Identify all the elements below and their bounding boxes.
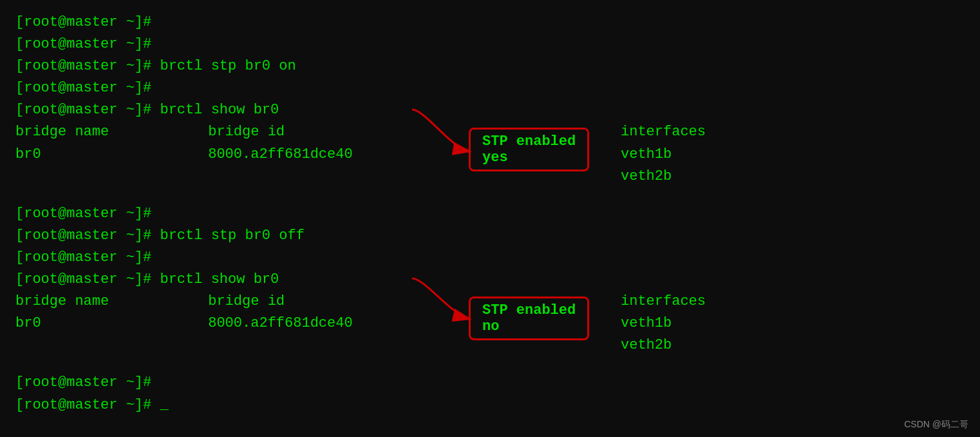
terminal-line: [root@master ~]# brctl stp br0 off <box>15 225 965 247</box>
terminal-line: [root@master ~]# <box>15 372 965 394</box>
col-interfaces-header-2: interfaces <box>621 291 706 313</box>
col-interfaces-value2: veth2b <box>621 166 672 188</box>
annotation-stp-no: STP enabled no <box>469 296 589 340</box>
col-bridge-id-value: 8000.a2ff681dce40 <box>157 144 428 166</box>
terminal-line: [root@master ~]# <box>15 77 965 99</box>
terminal-line: [root@master ~]# brctl show br0 <box>15 269 965 291</box>
col-interfaces-value1-2: veth1b <box>621 313 672 335</box>
terminal-line: [root@master ~]# brctl show br0 <box>15 99 965 121</box>
col-bridge-id-header-2: bridge id <box>157 291 428 313</box>
col-bridge-name-value-2: br0 <box>15 313 157 335</box>
terminal-line: [root@master ~]# brctl stp br0 on <box>15 55 965 77</box>
col-bridge-id-header: bridge id <box>157 121 428 143</box>
terminal-line: [root@master ~]# <box>15 34 965 55</box>
terminal-line-cursor: [root@master ~]# _ <box>15 394 965 416</box>
terminal-line: [root@master ~]# <box>15 247 965 269</box>
spacer <box>15 188 965 203</box>
terminal-line: [root@master ~]# <box>15 203 965 225</box>
col-bridge-name-header: bridge name <box>15 121 157 143</box>
watermark: CSDN @码二哥 <box>904 419 968 431</box>
col-bridge-id-value-2: 8000.a2ff681dce40 <box>157 313 428 335</box>
col-bridge-name-header-2: bridge name <box>15 291 157 313</box>
col-interfaces-value1: veth1b <box>621 144 672 166</box>
terminal-window: [root@master ~]# [root@master ~]# [root@… <box>0 0 980 437</box>
col-bridge-name-value: br0 <box>15 144 157 166</box>
terminal-line: [root@master ~]# <box>15 12 965 34</box>
annotation-stp-yes: STP enabled yes <box>469 128 589 171</box>
col-interfaces-header: interfaces <box>621 121 706 143</box>
spacer-2 <box>15 356 965 372</box>
col-interfaces-value2-2: veth2b <box>621 335 672 356</box>
